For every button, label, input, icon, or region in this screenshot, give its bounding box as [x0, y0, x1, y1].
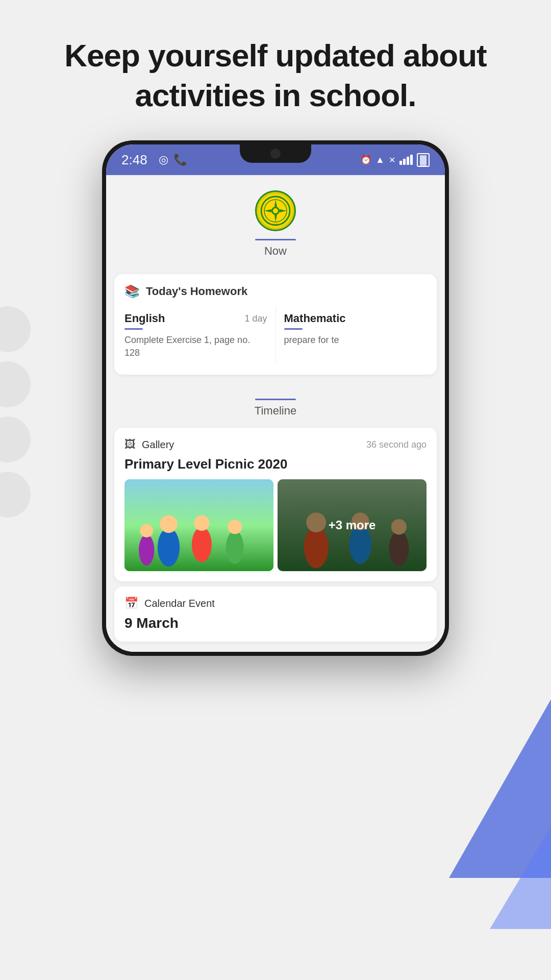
- more-count-text: +3 more: [329, 518, 376, 532]
- signal-bars: [399, 155, 413, 165]
- timeline-tab-indicator: [255, 399, 296, 400]
- photo-scene-svg-1: [124, 479, 273, 571]
- homework-item-math[interactable]: Mathematic prepare for te: [276, 307, 427, 364]
- svg-point-7: [273, 208, 278, 213]
- status-bar: 2:48 ◎ 📞 ⏰ ▲ ✕: [106, 144, 445, 175]
- whatsapp-icon: 📞: [173, 153, 187, 166]
- photo-scene-2: +3 more: [278, 479, 427, 571]
- gallery-title: Primary Level Picnic 2020: [124, 456, 427, 472]
- logo-section: SCHOOL Now: [106, 175, 445, 268]
- signal-x-icon: ✕: [389, 155, 395, 165]
- photo-scene-1: [124, 479, 273, 571]
- svg-point-15: [228, 520, 242, 534]
- phone-frame: 2:48 ◎ 📞 ⏰ ▲ ✕: [102, 140, 449, 656]
- phone-wrapper: 2:48 ◎ 📞 ⏰ ▲ ✕: [0, 140, 551, 656]
- gallery-image-1[interactable]: [124, 479, 273, 571]
- homework-days-english: 1 day: [244, 313, 267, 324]
- homework-title: Today's Homework: [146, 285, 247, 298]
- status-icons-right: ⏰ ▲ ✕ ▓: [360, 153, 430, 167]
- svg-point-10: [158, 528, 180, 567]
- camera-dot: [270, 149, 281, 159]
- phone-inner: 2:48 ◎ 📞 ⏰ ▲ ✕: [106, 144, 445, 652]
- gallery-time: 36 second ago: [366, 439, 427, 450]
- homework-desc-math: prepare for te: [284, 334, 427, 347]
- now-tab-label[interactable]: Now: [264, 244, 287, 258]
- gallery-card-header: 🖼 Gallery 36 second ago: [124, 438, 427, 451]
- svg-text:SCHOOL: SCHOOL: [271, 223, 281, 226]
- bg-triangle-inner-shape: [490, 827, 551, 929]
- homework-subject-math: Mathematic: [284, 312, 346, 325]
- math-underline: [284, 328, 303, 330]
- notch: [240, 144, 311, 163]
- homework-icon: 📚: [124, 284, 140, 299]
- school-logo-svg: SCHOOL: [260, 195, 291, 226]
- now-tab-indicator: [255, 239, 296, 240]
- calendar-icon: 📅: [124, 597, 138, 610]
- homework-desc-english: Complete Exercise 1, page no. 128: [124, 334, 267, 359]
- alarm-icon: ⏰: [360, 154, 371, 165]
- school-logo: SCHOOL: [255, 190, 296, 231]
- status-icons-left: ◎ 📞: [159, 153, 187, 166]
- more-overlay: +3 more: [278, 479, 427, 571]
- wifi-icon: ▲: [375, 155, 385, 165]
- hero-title: Keep yourself updated about activities i…: [0, 0, 551, 140]
- homework-item-english[interactable]: English 1 day Complete Exercise 1, page …: [124, 307, 276, 364]
- timeline-label[interactable]: Timeline: [255, 404, 296, 418]
- homework-item-english-header: English 1 day: [124, 312, 267, 325]
- svg-point-12: [192, 527, 212, 562]
- homework-subject-english: English: [124, 312, 165, 325]
- homework-item-math-header: Mathematic: [284, 312, 427, 325]
- gallery-image-2[interactable]: +3 more: [278, 479, 427, 571]
- location-icon: ◎: [159, 153, 168, 166]
- svg-point-17: [140, 524, 153, 537]
- timeline-section: Timeline: [106, 381, 445, 423]
- homework-card-header: 📚 Today's Homework: [124, 284, 427, 299]
- calendar-card: 📅 Calendar Event 9 March: [114, 586, 437, 642]
- status-time: 2:48: [121, 152, 147, 168]
- svg-point-16: [139, 535, 154, 566]
- calendar-date: 9 March: [124, 615, 427, 631]
- homework-card: 📚 Today's Homework English 1 day Complet…: [114, 274, 437, 375]
- gallery-card: 🖼 Gallery 36 second ago Primary Level Pi…: [114, 428, 437, 581]
- gallery-label: Gallery: [142, 439, 174, 451]
- svg-point-14: [226, 531, 244, 564]
- svg-point-11: [160, 516, 178, 533]
- calendar-label: Calendar Event: [144, 598, 215, 609]
- calendar-card-header: 📅 Calendar Event: [124, 597, 427, 610]
- gallery-icon: 🖼: [124, 438, 136, 451]
- app-content: SCHOOL Now 📚 Today's Homework: [106, 175, 445, 642]
- gallery-images: +3 more: [124, 479, 427, 571]
- battery-icon: ▓: [417, 153, 430, 167]
- school-logo-inner: SCHOOL: [257, 192, 294, 230]
- english-underline: [124, 328, 143, 330]
- homework-row: English 1 day Complete Exercise 1, page …: [124, 307, 427, 364]
- svg-point-13: [194, 516, 209, 531]
